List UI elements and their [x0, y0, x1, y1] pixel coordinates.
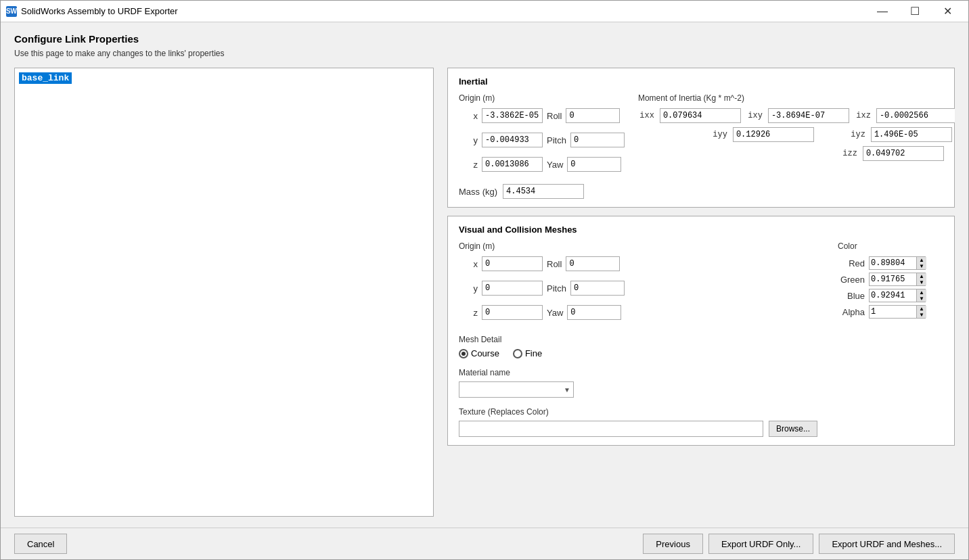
inertial-body: Origin (m) x Roll y	[459, 93, 943, 199]
export-urdf-meshes-button[interactable]: Export URDF and Meshes...	[819, 534, 955, 554]
red-spin-up[interactable]: ▲	[917, 257, 926, 263]
green-row: Green ▲ ▼	[838, 273, 943, 286]
inertial-title: Inertial	[459, 76, 943, 87]
material-name-label: Material name	[459, 368, 817, 377]
color-label: Color	[838, 241, 943, 251]
main-window: SW SolidWorks Assembly to URDF Exporter …	[0, 0, 969, 560]
fine-radio[interactable]: Fine	[513, 348, 542, 358]
mesh-detail-block: Mesh Detail Course Fine	[459, 335, 817, 358]
moment-block: Moment of Inertia (Kg * m^-2) ixx ixy ix…	[638, 93, 955, 199]
fine-label: Fine	[525, 348, 542, 358]
inertial-y-label: y	[459, 135, 478, 145]
inertial-pitch-label: Pitch	[547, 135, 566, 145]
alpha-spin-down[interactable]: ▼	[917, 312, 926, 318]
tree-selected-item[interactable]: base_link	[19, 72, 72, 84]
visual-pitch-input[interactable]	[570, 281, 625, 296]
page-title: Configure Link Properties	[14, 33, 955, 45]
visual-roll-input[interactable]	[566, 256, 620, 271]
visual-section: Visual and Collision Meshes Origin (m) x…	[447, 216, 955, 446]
visual-right: Color Red ▲ ▼	[838, 241, 943, 437]
ixz-input[interactable]	[876, 108, 955, 123]
alpha-row: Alpha ▲ ▼	[838, 305, 943, 319]
visual-x-input[interactable]	[482, 256, 543, 271]
right-panel: Inertial Origin (m) x Roll	[447, 68, 955, 517]
visual-left: Origin (m) x Roll y	[459, 241, 817, 437]
red-spin-down[interactable]: ▼	[917, 263, 926, 269]
inertial-z-row: z Yaw	[459, 157, 625, 172]
minimize-button[interactable]: —	[867, 1, 898, 22]
moment-grid: ixx ixy ixz iyy	[638, 108, 955, 161]
visual-z-input[interactable]	[482, 305, 543, 320]
blue-input[interactable]	[869, 289, 916, 302]
inertial-x-label: x	[459, 111, 478, 121]
tree-panel[interactable]: base_link	[14, 68, 434, 517]
export-urdf-button[interactable]: Export URDF Only...	[708, 534, 814, 554]
inertial-y-input[interactable]	[482, 133, 543, 147]
iyz-label: iyz	[849, 130, 865, 139]
green-spin-down[interactable]: ▼	[917, 279, 926, 285]
visual-y-input[interactable]	[482, 281, 543, 296]
visual-origin-label: Origin (m)	[459, 241, 817, 251]
mass-input[interactable]	[503, 184, 584, 199]
bottom-right-buttons: Previous Export URDF Only... Export URDF…	[643, 534, 955, 554]
mass-label: Mass (kg)	[459, 187, 497, 197]
content-area: Configure Link Properties Use this page …	[1, 22, 968, 528]
texture-input[interactable]	[459, 421, 763, 437]
maximize-button[interactable]: ☐	[899, 1, 930, 22]
alpha-input[interactable]	[869, 305, 916, 319]
red-input[interactable]	[869, 256, 916, 270]
texture-block: Texture (Replaces Color) Browse...	[459, 407, 817, 437]
previous-button[interactable]: Previous	[643, 534, 703, 554]
green-spin-up[interactable]: ▲	[917, 273, 926, 279]
green-spinner: ▲ ▼	[869, 273, 926, 286]
inertial-yaw-input[interactable]	[567, 157, 621, 172]
browse-button[interactable]: Browse...	[769, 421, 817, 437]
iyy-label: iyy	[711, 130, 727, 139]
inertial-pitch-input[interactable]	[570, 133, 625, 147]
visual-y-row: y Pitch	[459, 281, 817, 296]
izz-input[interactable]	[863, 146, 944, 161]
visual-title: Visual and Collision Meshes	[459, 225, 943, 235]
cancel-button[interactable]: Cancel	[14, 534, 67, 554]
visual-z-row: z Yaw	[459, 305, 817, 320]
green-input[interactable]	[869, 273, 916, 286]
visual-roll-label: Roll	[547, 259, 562, 269]
ixy-input[interactable]	[768, 108, 849, 123]
title-bar: SW SolidWorks Assembly to URDF Exporter …	[1, 1, 968, 22]
inertial-origin-block: Origin (m) x Roll y	[459, 93, 625, 199]
mesh-detail-label: Mesh Detail	[459, 335, 817, 344]
inertial-roll-input[interactable]	[566, 108, 620, 123]
visual-yaw-input[interactable]	[567, 305, 621, 320]
visual-x-row: x Roll	[459, 256, 817, 271]
material-dropdown[interactable]: ▼	[459, 381, 574, 398]
blue-label: Blue	[838, 291, 865, 301]
blue-spin-up[interactable]: ▲	[917, 289, 926, 296]
fine-radio-circle[interactable]	[513, 349, 522, 358]
bottom-bar: Cancel Previous Export URDF Only... Expo…	[1, 528, 968, 559]
moment-label: Moment of Inertia (Kg * m^-2)	[638, 93, 955, 103]
texture-label: Texture (Replaces Color)	[459, 407, 817, 417]
iyz-input[interactable]	[871, 127, 952, 142]
ixx-label: ixx	[638, 111, 654, 120]
green-label: Green	[838, 275, 865, 285]
course-radio-circle[interactable]	[459, 349, 468, 358]
close-button[interactable]: ✕	[932, 1, 963, 22]
inertial-x-input[interactable]	[482, 108, 543, 123]
alpha-spinner: ▲ ▼	[869, 305, 926, 319]
red-row: Red ▲ ▼	[838, 256, 943, 270]
green-spinner-buttons: ▲ ▼	[916, 273, 926, 286]
blue-spin-down[interactable]: ▼	[917, 296, 926, 302]
visual-body: Origin (m) x Roll y	[459, 241, 943, 437]
texture-row: Browse...	[459, 421, 817, 437]
app-icon: SW	[6, 6, 17, 17]
alpha-spinner-buttons: ▲ ▼	[916, 305, 926, 319]
color-section: Red ▲ ▼	[838, 256, 943, 319]
ixx-input[interactable]	[660, 108, 741, 123]
iyy-input[interactable]	[733, 127, 814, 142]
course-radio[interactable]: Course	[459, 348, 499, 358]
inertial-z-input[interactable]	[482, 157, 543, 172]
inertial-origin-grid: x Roll y Pitch	[459, 108, 625, 177]
izz-label: izz	[841, 149, 857, 158]
alpha-spin-up[interactable]: ▲	[917, 306, 926, 312]
inertial-yaw-label: Yaw	[547, 160, 563, 170]
